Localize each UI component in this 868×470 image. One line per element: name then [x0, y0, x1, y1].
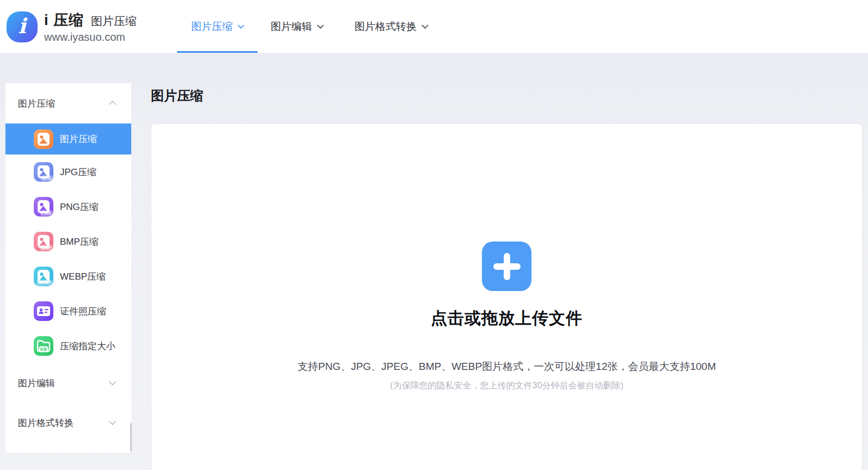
upload-support-text: 支持PNG、JPG、JPEG、BMP、WEBP图片格式，一次可以处理12张，会员… [297, 360, 716, 374]
sidebar-item-label: 图片压缩 [60, 133, 97, 145]
sidebar-group-label: 图片编辑 [18, 377, 55, 389]
icon-format-badge: BMP [40, 245, 53, 251]
id-photo-compress-icon [34, 301, 53, 321]
image-compress-icon [34, 129, 53, 149]
nav-tab-image-compress[interactable]: 图片压缩 [177, 0, 258, 53]
upload-privacy-text: (为保障您的隐私安全，您上传的文件30分钟后会被自动删除) [390, 380, 623, 392]
brand-text: i 压缩 图片压缩 www.iyasuo.com [44, 10, 137, 44]
logo-letter: i [18, 16, 26, 36]
size-target-compress-icon: KB [34, 336, 53, 356]
sidebar-item-label: WEBP压缩 [60, 270, 106, 283]
sidebar-item-label: PNG压缩 [60, 201, 99, 213]
nav-tab-format-convert[interactable]: 图片格式转换 [341, 0, 441, 53]
nav-tab-image-edit[interactable]: 图片编辑 [258, 0, 336, 53]
brand-name: i 压缩 [44, 10, 84, 30]
upload-headline: 点击或拖放上传文件 [431, 307, 583, 330]
chevron-down-icon [237, 22, 244, 29]
icon-format-badge: WEBP [36, 280, 53, 286]
icon-format-badge: JPG [41, 175, 53, 182]
brand-subtitle: 图片压缩 [91, 14, 137, 29]
top-header: i i 压缩 图片压缩 www.iyasuo.com 图片压缩 图片编辑 图片格… [0, 0, 868, 53]
sidebar-group-label: 图片压缩 [18, 97, 55, 110]
sidebar: 图片压缩 图片压缩 JPG JPG压缩 [5, 83, 131, 453]
jpg-compress-icon: JPG [34, 162, 53, 182]
sidebar-scrollbar-thumb[interactable] [130, 423, 132, 452]
sidebar-item-jpg-compress[interactable]: JPG JPG压缩 [5, 154, 131, 189]
png-compress-icon: PNG [34, 197, 53, 217]
logo-icon: i [7, 11, 38, 42]
sidebar-group-label: 图片格式转换 [18, 417, 74, 429]
page-title: 图片压缩 [151, 87, 203, 104]
sidebar-item-bmp-compress[interactable]: BMP BMP压缩 [5, 224, 131, 259]
brand-logo[interactable]: i i 压缩 图片压缩 www.iyasuo.com [7, 10, 137, 44]
sidebar-item-label: JPG压缩 [60, 166, 96, 178]
chevron-up-icon [109, 101, 116, 108]
nav-tab-label: 图片格式转换 [354, 20, 417, 34]
active-tab-underline [177, 51, 258, 53]
brand-url: www.iyasuo.com [44, 31, 137, 44]
sidebar-item-label: BMP压缩 [60, 236, 99, 248]
nav-tab-label: 图片压缩 [191, 20, 233, 34]
sidebar-item-png-compress[interactable]: PNG PNG压缩 [5, 189, 131, 224]
sidebar-item-id-photo-compress[interactable]: 证件照压缩 [5, 294, 131, 329]
sidebar-item-label: 压缩指定大小 [60, 340, 115, 352]
bmp-compress-icon: BMP [34, 232, 53, 251]
svg-text:KB: KB [40, 347, 47, 352]
sidebar-group-image-edit[interactable]: 图片编辑 [5, 363, 131, 403]
main-nav: 图片压缩 图片编辑 图片格式转换 [177, 0, 441, 53]
chevron-down-icon [109, 418, 116, 425]
webp-compress-icon: WEBP [34, 267, 53, 286]
sidebar-item-webp-compress[interactable]: WEBP WEBP压缩 [5, 259, 131, 294]
icon-format-badge: PNG [40, 210, 53, 217]
add-files-button[interactable] [482, 242, 531, 291]
sidebar-group-image-compress[interactable]: 图片压缩 [5, 83, 131, 123]
sidebar-item-image-compress[interactable]: 图片压缩 [5, 123, 131, 154]
upload-dropzone[interactable]: 点击或拖放上传文件 支持PNG、JPG、JPEG、BMP、WEBP图片格式，一次… [151, 123, 863, 470]
chevron-down-icon [109, 378, 116, 385]
chevron-down-icon [317, 22, 324, 29]
chevron-down-icon [421, 22, 429, 29]
sidebar-item-label: 证件照压缩 [60, 305, 106, 318]
sidebar-item-size-target-compress[interactable]: KB 压缩指定大小 [5, 329, 131, 363]
nav-tab-label: 图片编辑 [271, 20, 312, 34]
sidebar-group-format-convert[interactable]: 图片格式转换 [5, 403, 131, 443]
